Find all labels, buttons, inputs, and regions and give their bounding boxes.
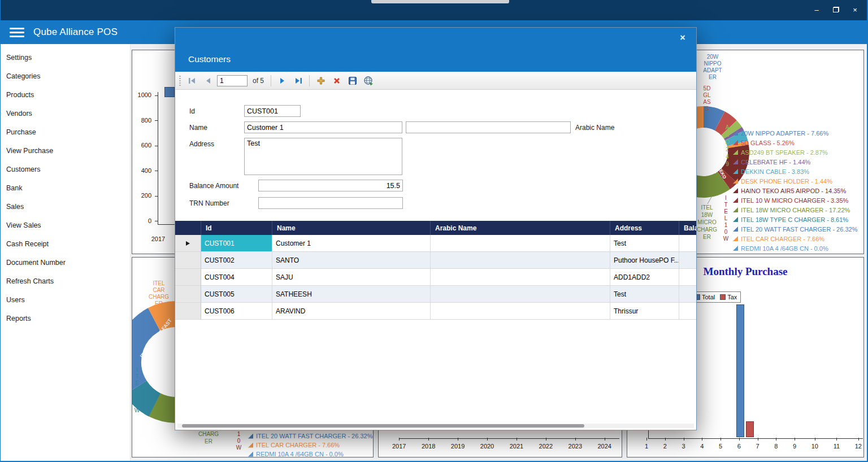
x-tick-label: 2022 <box>539 443 553 450</box>
grid-row[interactable]: CUST004 SAJU ADD1ADD2 <box>175 269 697 286</box>
cell-address[interactable]: ADD1ADD2 <box>610 269 679 286</box>
move-last-icon <box>294 77 302 84</box>
column-header-name[interactable]: Name <box>272 221 431 235</box>
sidebar-item[interactable]: Reports <box>1 309 130 328</box>
arabic-name-field[interactable] <box>406 121 571 133</box>
sidebar-item[interactable]: Cash Receipt <box>1 234 130 253</box>
export-button[interactable] <box>362 74 375 87</box>
sidebar-item[interactable]: Vendors <box>1 104 130 123</box>
cell-address[interactable]: Test <box>610 235 679 252</box>
row-indicator-cell[interactable] <box>175 235 201 252</box>
address-field[interactable]: Test <box>244 138 402 175</box>
cell-balance[interactable] <box>679 252 697 269</box>
legend-label: ASD249 BT SPEAKER - 2.87% <box>741 149 828 156</box>
cell-balance[interactable] <box>679 286 697 303</box>
sidebar-item[interactable]: Sales <box>1 197 130 216</box>
cell-id[interactable]: CUST005 <box>201 286 272 303</box>
name-field[interactable] <box>244 121 402 133</box>
position-input[interactable] <box>217 75 248 86</box>
grid-row[interactable]: CUST001 Customer 1 Test <box>175 235 697 252</box>
column-header-balance[interactable]: Balance <box>679 221 697 235</box>
plus-icon <box>316 76 326 85</box>
x-axis-ticks: 123456789101112 <box>645 443 862 450</box>
legend-marker-icon <box>733 178 738 184</box>
sidebar-item[interactable]: View Purchase <box>1 141 130 160</box>
cell-address[interactable]: Thrissur <box>610 303 679 320</box>
move-next-button[interactable] <box>276 74 289 87</box>
sidebar-item[interactable]: Products <box>1 85 130 104</box>
y-tick-label: 800 <box>141 117 155 124</box>
cell-arabic-name[interactable] <box>431 269 610 286</box>
bar-tax-month-6 <box>746 421 754 437</box>
cell-name[interactable]: SAJU <box>272 269 431 286</box>
cell-id[interactable]: CUST004 <box>201 269 272 286</box>
column-header-id[interactable]: Id <box>201 221 272 235</box>
grid-row[interactable]: CUST006 ARAVIND Thrissur <box>175 303 697 320</box>
grid-row[interactable]: CUST002 SANTO Puthoor HousePO F... <box>175 252 697 269</box>
legend-item: REDMI 10A 4 /64GB CN - 0.0% <box>733 243 857 253</box>
x-tick-label: 2018 <box>422 443 435 450</box>
grid-row[interactable]: CUST005 SATHEESH Test <box>175 286 697 303</box>
x-tick-label: 2021 <box>510 443 523 450</box>
sidebar-item[interactable]: Bank <box>1 178 130 197</box>
row-indicator-cell[interactable] <box>175 269 201 286</box>
column-header-address[interactable]: Address <box>610 221 679 235</box>
sidebar-item[interactable]: Document Number <box>1 253 130 272</box>
grid-header: Id Name Arabic Name Address Balance <box>175 221 697 235</box>
minimize-button[interactable]: – <box>810 4 823 15</box>
sidebar-item[interactable]: Categories <box>1 67 130 85</box>
x-tick-label: 2 <box>663 443 667 450</box>
cell-balance[interactable] <box>679 235 697 252</box>
row-indicator-cell[interactable] <box>175 303 201 320</box>
scrollbar-thumb[interactable] <box>182 424 584 428</box>
sidebar-item[interactable]: Refresh Charts <box>1 272 130 290</box>
cell-name[interactable]: ARAVIND <box>272 303 431 320</box>
move-last-button[interactable] <box>292 74 305 87</box>
donut-callout: ITEL CAR CHARG ER <box>142 280 175 307</box>
horizontal-scrollbar[interactable] <box>177 424 694 428</box>
move-first-button[interactable] <box>185 74 198 87</box>
move-previous-button[interactable] <box>201 74 214 87</box>
cell-balance[interactable] <box>679 269 697 286</box>
hamburger-menu-icon[interactable] <box>10 28 24 37</box>
delete-button[interactable] <box>330 74 343 87</box>
globe-icon <box>363 76 374 86</box>
add-new-button[interactable] <box>314 74 327 87</box>
sidebar-item[interactable]: View Sales <box>1 216 130 234</box>
cell-arabic-name[interactable] <box>431 252 610 269</box>
cell-name[interactable]: SATHEESH <box>272 286 431 303</box>
sidebar-item[interactable]: Customers <box>1 160 130 178</box>
cell-balance[interactable] <box>679 303 697 320</box>
trn-number-field[interactable] <box>258 197 403 209</box>
legend-item: DESK PHONE HOLDER - 1.44% <box>733 176 857 186</box>
window-close-button[interactable]: × <box>849 4 861 15</box>
sidebar-item[interactable]: Users <box>1 290 130 309</box>
cell-arabic-name[interactable] <box>431 303 610 320</box>
row-indicator-cell[interactable] <box>175 286 201 303</box>
cell-address[interactable]: Test <box>610 286 679 303</box>
cell-address[interactable]: Puthoor HousePO F... <box>610 252 679 269</box>
donut-callout: 20W NIPPO ADAPT ER <box>694 54 731 81</box>
column-header-arabic-name[interactable]: Arabic Name <box>431 221 610 235</box>
cell-arabic-name[interactable] <box>431 235 610 252</box>
cell-id[interactable]: CUST002 <box>201 252 272 269</box>
sidebar-item[interactable]: Settings <box>1 48 130 67</box>
balance-amount-field[interactable] <box>258 180 403 191</box>
save-button[interactable] <box>346 74 359 87</box>
move-next-icon <box>280 77 285 84</box>
id-label: Id <box>189 107 195 115</box>
id-field[interactable] <box>244 105 301 117</box>
legend-label: ITEL 18W MICRO CHARGER - 17.22% <box>741 207 850 213</box>
cell-id[interactable]: CUST006 <box>201 303 272 320</box>
legend-marker-icon <box>733 226 738 232</box>
donut-callout: 5D GL AS S <box>698 85 715 112</box>
dialog-close-button[interactable]: × <box>676 31 689 45</box>
row-indicator-cell[interactable] <box>175 252 201 269</box>
cell-arabic-name[interactable] <box>431 286 610 303</box>
cell-name[interactable]: SANTO <box>272 252 431 269</box>
cell-id[interactable]: CUST001 <box>201 235 272 252</box>
cell-name[interactable]: Customer 1 <box>272 235 431 252</box>
restore-button[interactable] <box>830 4 842 15</box>
sidebar-item[interactable]: Purchase <box>1 123 130 141</box>
app-title: Qube Alliance POS <box>33 27 118 38</box>
